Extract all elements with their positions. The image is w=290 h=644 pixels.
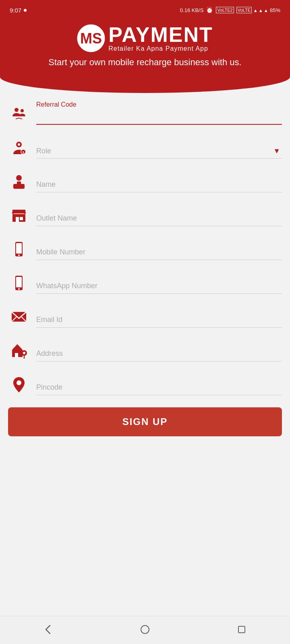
svg-rect-15 <box>12 210 14 214</box>
mobile-field-container <box>36 245 282 260</box>
mobile-row <box>8 238 282 260</box>
recent-apps-button[interactable] <box>233 621 251 640</box>
outlet-icon <box>8 204 30 226</box>
logo-subtitle: Retailer Ka Apna Payment App <box>108 45 208 52</box>
referral-icon <box>8 103 30 125</box>
email-field-container <box>36 312 282 328</box>
svg-rect-28 <box>15 353 18 357</box>
recent-apps-icon <box>236 624 247 635</box>
navigation-bar <box>0 616 290 644</box>
address-icon <box>8 340 30 361</box>
email-row <box>8 306 282 328</box>
back-icon <box>43 624 54 635</box>
svg-point-3 <box>21 109 24 112</box>
svg-point-30 <box>23 352 25 354</box>
svg-point-19 <box>18 254 20 256</box>
pincode-field-container <box>36 380 282 395</box>
outlet-row <box>8 204 282 226</box>
back-button[interactable] <box>39 621 57 640</box>
svg-text:MS: MS <box>80 30 102 47</box>
status-bar: 9:07 0.16 KB/S ⏰ VoLTE2 VoLTE ▴ ▴ ▴ 85% <box>0 0 290 20</box>
app-header: MS PAYMENT Retailer Ka Apna Payment App … <box>0 20 290 93</box>
svg-rect-21 <box>16 277 22 287</box>
svg-rect-18 <box>16 243 22 254</box>
svg-point-22 <box>18 288 20 290</box>
referral-field-container: Referral Code <box>36 101 282 125</box>
pincode-icon <box>8 374 30 395</box>
home-button[interactable] <box>136 621 154 640</box>
referral-code-row: Referral Code <box>8 101 282 125</box>
email-icon <box>8 306 30 328</box>
pincode-input[interactable] <box>36 380 282 395</box>
address-input[interactable] <box>36 346 282 361</box>
svg-point-8 <box>16 175 22 181</box>
referral-label: Referral Code <box>36 101 282 108</box>
network-speed: 0.16 KB/S <box>180 7 204 13</box>
svg-marker-27 <box>12 344 23 350</box>
whatsapp-icon <box>8 272 30 294</box>
svg-rect-16 <box>24 210 25 214</box>
header-tagline: Start your own mobile recharge business … <box>8 56 282 69</box>
signup-button[interactable]: SIGN UP <box>8 407 282 436</box>
svg-point-5 <box>18 143 20 146</box>
logo-payment-text: PAYMENT <box>108 24 213 45</box>
signal-icon1: ▴ <box>259 7 262 13</box>
role-row: $ Role Retailer Distributor Admin ▼ <box>8 137 282 159</box>
alarm-icon: ⏰ <box>206 6 213 14</box>
svg-point-2 <box>14 108 19 112</box>
signal-icon2: ▴ <box>265 7 267 13</box>
whatsapp-number-input[interactable] <box>36 279 282 294</box>
whatsapp-field-container <box>36 279 282 294</box>
svg-text:$: $ <box>23 151 25 154</box>
referral-code-input[interactable] <box>36 109 282 125</box>
svg-rect-10 <box>17 182 21 185</box>
svg-rect-13 <box>20 217 23 220</box>
whatsapp-row <box>8 272 282 294</box>
address-row <box>8 340 282 361</box>
mobile-number-input[interactable] <box>36 245 282 260</box>
status-dot <box>24 9 27 12</box>
volte2-icon: VoLTE <box>236 7 252 13</box>
battery-percent: 85% <box>270 7 280 13</box>
logo-icon: MS <box>77 24 105 52</box>
svg-rect-12 <box>16 217 19 222</box>
email-input[interactable] <box>36 312 282 328</box>
address-field-container <box>36 346 282 361</box>
name-input[interactable] <box>36 177 282 192</box>
wifi-icon: ▴ <box>254 7 257 13</box>
svg-rect-33 <box>238 626 245 633</box>
name-row <box>8 171 282 192</box>
svg-point-31 <box>17 380 21 385</box>
svg-point-32 <box>141 625 149 634</box>
status-time: 9:07 <box>10 7 21 14</box>
outlet-name-input[interactable] <box>36 211 282 226</box>
logo-text-container: PAYMENT Retailer Ka Apna Payment App <box>108 24 213 52</box>
logo-container: MS PAYMENT Retailer Ka Apna Payment App <box>8 24 282 52</box>
role-icon: $ <box>8 137 30 159</box>
role-select[interactable]: Role Retailer Distributor Admin <box>36 144 282 159</box>
signup-form: Referral Code $ Role Retailer Distributo… <box>0 89 290 485</box>
volte-icon: VoLTE2 <box>216 7 234 13</box>
home-icon <box>139 624 151 635</box>
outlet-field-container <box>36 211 282 226</box>
name-icon <box>8 171 30 192</box>
mobile-icon <box>8 238 30 260</box>
name-field-container <box>36 177 282 192</box>
pincode-row <box>8 374 282 395</box>
role-select-wrapper: Role Retailer Distributor Admin ▼ <box>36 144 282 159</box>
